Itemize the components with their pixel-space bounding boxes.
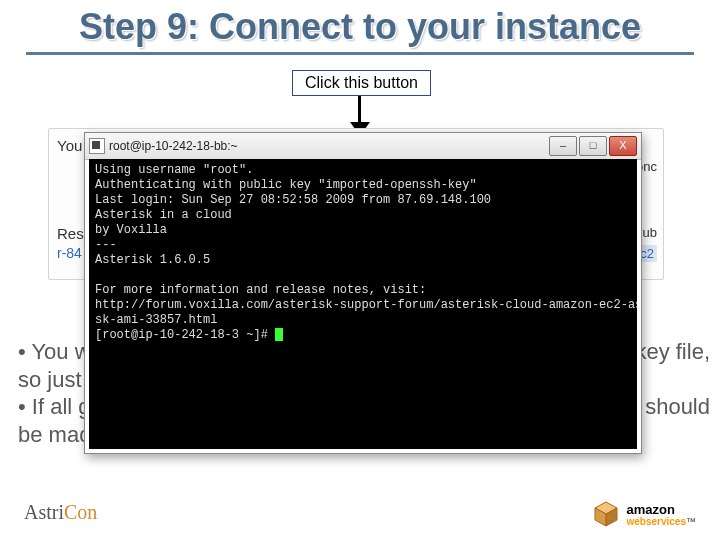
- term-line: sk-ami-33857.html: [95, 313, 217, 327]
- astricon-logo: AstriCon: [24, 501, 97, 524]
- logo-text-accent: Con: [64, 501, 97, 523]
- aws-logo-subtext: webservices: [627, 516, 687, 527]
- aws-cube-icon: [592, 500, 620, 530]
- terminal-body[interactable]: Using username "root". Authenticating wi…: [89, 159, 637, 449]
- aws-logo: amazon webservices™: [592, 500, 696, 530]
- cursor-icon: [275, 328, 283, 341]
- term-line: Asterisk in a cloud: [95, 208, 232, 222]
- term-line: For more information and release notes, …: [95, 283, 426, 297]
- close-button[interactable]: X: [609, 136, 637, 156]
- terminal-window: root@ip-10-242-18-bb:~ – □ X Using usern…: [84, 132, 642, 454]
- putty-icon: [89, 138, 105, 154]
- term-line: Last login: Sun Sep 27 08:52:58 2009 fro…: [95, 193, 491, 207]
- panel-fragment: Res: [57, 225, 84, 242]
- title-underline: [26, 52, 694, 55]
- term-line: Authenticating with public key "imported…: [95, 178, 477, 192]
- term-line: by Voxilla: [95, 223, 167, 237]
- maximize-button[interactable]: □: [579, 136, 607, 156]
- term-line: ---: [95, 238, 117, 252]
- bullet-frag: • You w: [18, 339, 91, 364]
- panel-fragment: You: [57, 137, 82, 154]
- term-line: Asterisk 1.6.0.5: [95, 253, 210, 267]
- bullet-frag: • If all g: [18, 394, 91, 419]
- panel-fragment-link: r-84: [57, 245, 82, 261]
- slide-title: Step 9: Connect to your instance: [0, 6, 720, 48]
- logo-text: Astri: [24, 501, 64, 523]
- bullet-frag: key file,: [635, 338, 710, 366]
- callout-box: Click this button: [292, 70, 431, 96]
- term-line: Using username "root".: [95, 163, 253, 177]
- aws-logo-text: amazon: [627, 502, 675, 517]
- window-titlebar[interactable]: root@ip-10-242-18-bb:~ – □ X: [85, 133, 641, 160]
- term-line: http://forum.voxilla.com/asterisk-suppor…: [95, 298, 637, 312]
- term-line: [root@ip-10-242-18-3 ~]#: [95, 328, 275, 342]
- window-title-text: root@ip-10-242-18-bb:~: [109, 139, 238, 153]
- minimize-button[interactable]: –: [549, 136, 577, 156]
